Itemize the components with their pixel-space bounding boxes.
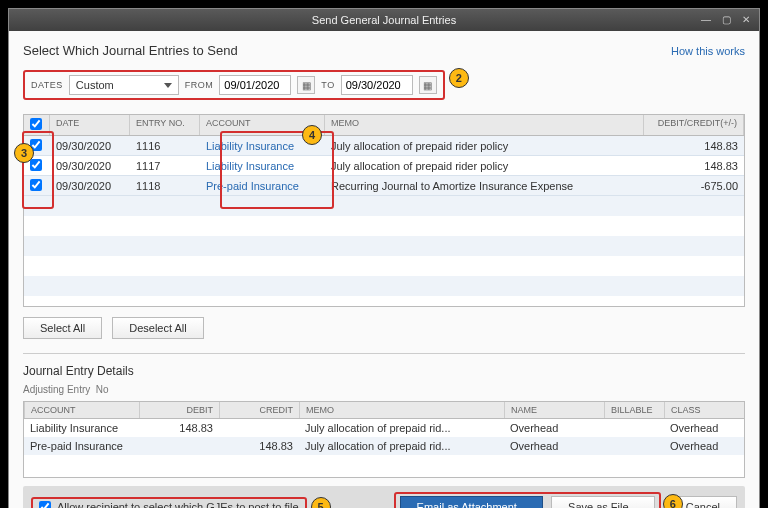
detail-account: Liability Insurance — [24, 422, 139, 434]
detail-row[interactable]: Pre-paid Insurance 148.83 July allocatio… — [24, 437, 744, 455]
table-row[interactable]: 09/30/2020 1117 Liability Insurance July… — [24, 156, 744, 176]
grid-header: DATE ENTRY NO. ACCOUNT MEMO DEBIT/CREDIT… — [24, 115, 744, 136]
separator — [23, 353, 745, 354]
row-date: 09/30/2020 — [50, 160, 130, 172]
col-memo[interactable]: MEMO — [325, 115, 644, 135]
row-memo: July allocation of prepaid rider policy — [325, 160, 644, 172]
adjusting-label: Adjusting Entry — [23, 384, 90, 395]
deselect-all-button[interactable]: Deselect All — [112, 317, 203, 339]
row-amount: 148.83 — [644, 140, 744, 152]
content: Select Which Journal Entries to Send How… — [9, 31, 759, 508]
row-memo: Recurring Journal to Amortize Insurance … — [325, 180, 644, 192]
from-date-input[interactable] — [219, 75, 291, 95]
row-amount: 148.83 — [644, 160, 744, 172]
detail-class: Overhead — [664, 440, 744, 452]
close-icon[interactable]: ✕ — [739, 12, 753, 26]
row-amount: -675.00 — [644, 180, 744, 192]
row-entryno: 1116 — [130, 140, 200, 152]
to-label: TO — [321, 80, 334, 90]
callout-3: 3 — [14, 143, 34, 163]
select-all-button[interactable]: Select All — [23, 317, 102, 339]
callout-2: 2 — [449, 68, 469, 88]
email-button[interactable]: Email as Attachment... — [400, 496, 543, 508]
maximize-icon[interactable]: ▢ — [719, 12, 733, 26]
footer-bar: Allow recipient to select which GJEs to … — [23, 486, 745, 508]
save-file-button[interactable]: Save as File... — [551, 496, 655, 508]
dcol-credit[interactable]: CREDIT — [219, 402, 299, 418]
titlebar: Send General Journal Entries — ▢ ✕ — [9, 9, 759, 31]
dates-dropdown[interactable]: Custom — [69, 75, 179, 95]
dcol-account[interactable]: ACCOUNT — [24, 402, 139, 418]
entries-grid: 3 4 DATE ENTRY NO. ACCOUNT MEMO DEBIT/CR… — [23, 114, 745, 307]
calendar-icon[interactable]: ▦ — [419, 76, 437, 94]
allow-recipient-input[interactable] — [39, 501, 51, 508]
row-entryno: 1118 — [130, 180, 200, 192]
detail-credit: 148.83 — [219, 440, 299, 452]
row-memo: July allocation of prepaid rider policy — [325, 140, 644, 152]
details-title: Journal Entry Details — [23, 364, 745, 378]
action-buttons: Email as Attachment... Save as File... 6 — [394, 492, 661, 508]
allow-recipient-label: Allow recipient to select which GJEs to … — [57, 501, 299, 508]
col-date[interactable]: DATE — [50, 115, 130, 135]
filter-bar: DATES Custom FROM ▦ TO ▦ 2 — [23, 70, 445, 100]
details-section: Journal Entry Details Adjusting Entry No… — [23, 364, 745, 478]
window-title: Send General Journal Entries — [312, 14, 456, 26]
callout-4: 4 — [302, 125, 322, 145]
dcol-debit[interactable]: DEBIT — [139, 402, 219, 418]
detail-memo: July allocation of prepaid rid... — [299, 422, 504, 434]
callout-5: 5 — [311, 497, 331, 508]
col-debitcredit[interactable]: DEBIT/CREDIT(+/-) — [644, 115, 744, 135]
table-row[interactable]: 09/30/2020 1116 Liability Insurance July… — [24, 136, 744, 156]
dcol-billable[interactable]: BILLABLE — [604, 402, 664, 418]
minimize-icon[interactable]: — — [699, 12, 713, 26]
detail-debit: 148.83 — [139, 422, 219, 434]
window: Send General Journal Entries — ▢ ✕ Selec… — [8, 8, 760, 508]
from-label: FROM — [185, 80, 214, 90]
dcol-class[interactable]: CLASS — [664, 402, 744, 418]
detail-name: Overhead — [504, 422, 604, 434]
table-row[interactable]: 09/30/2020 1118 Pre-paid Insurance Recur… — [24, 176, 744, 196]
dates-label: DATES — [31, 80, 63, 90]
detail-account: Pre-paid Insurance — [24, 440, 139, 452]
row-date: 09/30/2020 — [50, 180, 130, 192]
detail-class: Overhead — [664, 422, 744, 434]
detail-row[interactable]: Liability Insurance 148.83 July allocati… — [24, 419, 744, 437]
row-date: 09/30/2020 — [50, 140, 130, 152]
row-entryno: 1117 — [130, 160, 200, 172]
detail-name: Overhead — [504, 440, 604, 452]
details-grid: ACCOUNT DEBIT CREDIT MEMO NAME BILLABLE … — [23, 401, 745, 478]
callout-6: 6 — [663, 494, 683, 508]
calendar-icon[interactable]: ▦ — [297, 76, 315, 94]
empty-rows — [24, 196, 744, 306]
dcol-memo[interactable]: MEMO — [299, 402, 504, 418]
to-date-input[interactable] — [341, 75, 413, 95]
col-entryno[interactable]: ENTRY NO. — [130, 115, 200, 135]
detail-memo: July allocation of prepaid rid... — [299, 440, 504, 452]
help-link[interactable]: How this works — [671, 45, 745, 57]
section-title: Select Which Journal Entries to Send — [23, 43, 238, 58]
allow-recipient-checkbox[interactable]: Allow recipient to select which GJEs to … — [31, 497, 307, 508]
dcol-name[interactable]: NAME — [504, 402, 604, 418]
adjusting-value: No — [96, 384, 109, 395]
empty-detail-row — [24, 455, 744, 477]
